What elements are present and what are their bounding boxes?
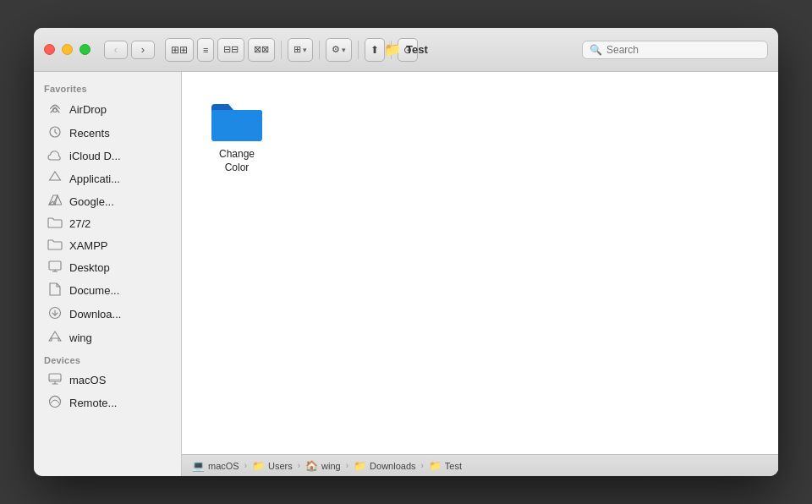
breadcrumb-sep-4: › [421, 461, 424, 470]
sidebar-item-wing[interactable]: wing [37, 326, 178, 349]
sidebar-item-documents[interactable]: Docume... [37, 279, 178, 302]
folder-item-change-color[interactable]: Change Color [199, 89, 275, 181]
wing-icon [47, 330, 63, 346]
forward-button[interactable]: › [131, 41, 155, 59]
airdrop-icon [47, 101, 63, 118]
google-drive-icon [47, 194, 63, 209]
bc-downloads-icon: 📁 [354, 460, 366, 472]
toolbar-separator-2 [319, 41, 320, 59]
bc-test-label: Test [445, 461, 462, 471]
breadcrumb-wing[interactable]: 🏠 wing [305, 460, 341, 472]
bc-wing-label: wing [321, 461, 341, 471]
traffic-lights [44, 44, 91, 55]
titlebar: ‹ › ⊞⊞ ≡ ⊟⊟ ⊠⊠ ⊞ ▾ ⚙ ▾ [34, 28, 778, 72]
bc-downloads-label: Downloads [370, 461, 415, 471]
bc-users-label: Users [268, 461, 293, 471]
sidebar-item-downloads[interactable]: Downloa... [37, 303, 178, 326]
column-view-button[interactable]: ⊟⊟ [217, 38, 244, 62]
devices-label: Devices [34, 350, 181, 369]
sidebar-item-applications[interactable]: Applicati... [37, 167, 178, 190]
sidebar-item-label-downloads: Downloa... [69, 308, 121, 320]
status-bar: 💻 macOS › 📁 Users › 🏠 wing › 📁 Downloads [182, 454, 778, 476]
bc-test-icon: 📁 [429, 460, 442, 472]
documents-icon [47, 282, 63, 299]
sidebar-item-label-google: Google... [69, 195, 114, 208]
icon-view-button[interactable]: ⊞⊞ [165, 38, 194, 62]
sidebar-item-macos[interactable]: macOS [37, 370, 178, 391]
search-icon: 🔍 [590, 44, 602, 56]
sidebar-item-label-27-2: 27/2 [69, 217, 91, 230]
nav-buttons: ‹ › [104, 41, 155, 59]
file-area: Change Color 💻 macOS › 📁 Users › 🏠 wing [182, 72, 778, 476]
breadcrumb-test[interactable]: 📁 Test [429, 460, 462, 472]
sidebar-item-label-xampp: XAMPP [69, 239, 108, 252]
applications-icon [47, 171, 63, 187]
finder-window: ‹ › ⊞⊞ ≡ ⊟⊟ ⊠⊠ ⊞ ▾ ⚙ ▾ [34, 28, 778, 476]
sidebar-item-label-icloud: iCloud D... [69, 150, 121, 162]
breadcrumb-macos[interactable]: 💻 macOS [192, 460, 239, 472]
breadcrumb-sep-1: › [244, 461, 247, 470]
arrange-button[interactable]: ⊞ ▾ [288, 38, 313, 62]
svg-rect-7 [49, 374, 61, 381]
toolbar-separator [281, 41, 282, 59]
bc-users-icon: 📁 [252, 460, 265, 472]
downloads-icon [47, 306, 63, 322]
bc-macos-icon: 💻 [192, 460, 205, 472]
gallery-view-button[interactable]: ⊠⊠ [248, 38, 275, 62]
sidebar-item-label-desktop: Desktop [69, 261, 110, 274]
sidebar-item-remote[interactable]: Remote... [37, 392, 178, 414]
sidebar-item-recents[interactable]: Recents [37, 122, 178, 145]
maximize-button[interactable] [80, 44, 91, 55]
back-button[interactable]: ‹ [104, 41, 128, 59]
share-button[interactable]: ⬆ [365, 38, 385, 62]
close-button[interactable] [44, 44, 55, 55]
desktop-icon [47, 260, 63, 275]
sidebar-item-label-recents: Recents [69, 127, 110, 140]
sidebar-item-xampp[interactable]: XAMPP [37, 235, 178, 256]
search-input[interactable] [606, 44, 760, 56]
sidebar-item-label-wing: wing [69, 331, 92, 344]
minimize-button[interactable] [62, 44, 73, 55]
folder-name-change-color: Change Color [206, 148, 268, 174]
folder-icon-xampp [47, 238, 63, 253]
bc-wing-icon: 🏠 [305, 460, 318, 472]
breadcrumb-downloads[interactable]: 📁 Downloads [354, 460, 415, 472]
macos-icon [47, 373, 63, 387]
sidebar-item-label-documents: Docume... [69, 284, 119, 297]
icloud-icon [47, 149, 63, 163]
favorites-label: Favorites [34, 79, 181, 97]
sidebar-item-27-2[interactable]: 27/2 [37, 213, 178, 234]
breadcrumb-users[interactable]: 📁 Users [252, 460, 293, 472]
toolbar-icons: ⊞⊞ ≡ ⊟⊟ ⊠⊠ ⊞ ▾ ⚙ ▾ ⬆ [165, 38, 418, 62]
sidebar-item-label-airdrop: AirDrop [69, 103, 107, 116]
search-bar[interactable]: 🔍 [582, 41, 768, 59]
sidebar-item-icloud[interactable]: iCloud D... [37, 145, 178, 167]
svg-rect-2 [49, 261, 61, 270]
remote-icon [47, 395, 63, 411]
sidebar-item-airdrop[interactable]: AirDrop [37, 98, 178, 121]
main-content: Favorites AirDrop [34, 72, 778, 476]
sidebar-item-desktop[interactable]: Desktop [37, 257, 178, 278]
action-button[interactable]: ⚙ ▾ [326, 38, 352, 62]
sidebar-item-google[interactable]: Google... [37, 191, 178, 212]
sidebar-item-label-remote: Remote... [69, 397, 117, 409]
recents-icon [47, 125, 63, 141]
title-text: Test [406, 43, 428, 56]
breadcrumb-sep-2: › [298, 461, 300, 470]
toolbar-separator-3 [358, 41, 359, 59]
title-folder-icon: 📁 [384, 41, 401, 58]
sidebar-item-label-macos: macOS [69, 374, 106, 386]
folder-icon-27-2 [47, 216, 63, 231]
folder-icon-change-color [210, 96, 264, 143]
window-title: 📁 Test [384, 41, 428, 58]
sidebar: Favorites AirDrop [34, 72, 182, 476]
file-grid: Change Color [182, 72, 778, 454]
breadcrumb-sep-3: › [346, 461, 348, 470]
list-view-button[interactable]: ≡ [197, 38, 214, 62]
bc-macos-label: macOS [208, 461, 239, 471]
sidebar-item-label-applications: Applicati... [69, 173, 120, 185]
